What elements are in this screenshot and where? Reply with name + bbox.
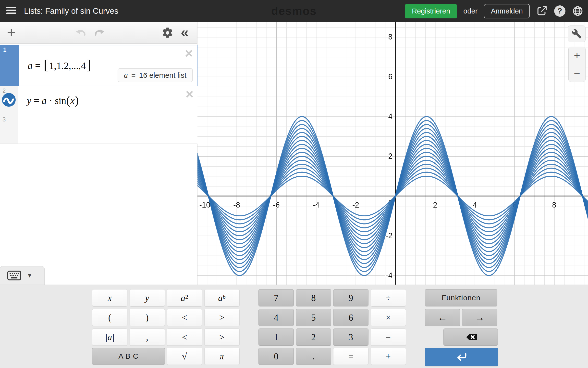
or-label: oder <box>463 7 478 15</box>
collapse-panel-icon[interactable]: « <box>177 22 193 44</box>
keyboard-toggle[interactable]: ▼ <box>0 266 45 285</box>
zoom-controls: + − <box>568 47 586 82</box>
help-icon[interactable]: ? <box>554 5 565 17</box>
expression-index-column: 1 <box>1 45 19 86</box>
math-segment: [ <box>43 57 49 73</box>
desmos-app: Lists: Family of sin Curves desmos Regis… <box>0 0 588 368</box>
expression-index-column: 3 <box>0 115 18 144</box>
expression-row-3-empty[interactable]: 3 <box>0 115 197 144</box>
math-segment: ) <box>75 93 79 107</box>
gear-icon[interactable] <box>160 22 175 44</box>
wrench-icon <box>572 29 582 39</box>
close-icon[interactable]: × <box>185 86 194 102</box>
key-=[interactable]: = <box>333 348 368 365</box>
key-≤[interactable]: ≤ <box>167 329 202 346</box>
chevron-down-icon: ▼ <box>27 272 33 279</box>
key->[interactable]: > <box>204 309 240 326</box>
key-cursor-left[interactable]: ← <box>425 309 460 326</box>
key-9[interactable]: 9 <box>333 289 368 306</box>
key-cursor-right[interactable]: → <box>462 309 497 326</box>
close-icon[interactable]: × <box>185 45 193 61</box>
zoom-in-button[interactable]: + <box>569 47 585 64</box>
header-bar: Lists: Family of sin Curves desmos Regis… <box>0 0 588 22</box>
badge-variable: a <box>124 71 128 80</box>
math-segment: = <box>31 95 42 106</box>
redo-icon[interactable] <box>92 22 107 44</box>
key-√[interactable]: √ <box>167 348 202 365</box>
math-segment: y <box>27 95 31 106</box>
key-4[interactable]: 4 <box>258 309 294 326</box>
signin-button[interactable]: Anmelden <box>484 4 530 18</box>
math-segment: x <box>70 95 75 106</box>
math-segment: = <box>33 60 43 71</box>
key-enter[interactable] <box>425 348 498 366</box>
key-6[interactable]: 6 <box>333 309 368 326</box>
register-button[interactable]: Registrieren <box>405 4 457 18</box>
math-segment: 1,1.2,...,4 <box>49 60 86 71</box>
key-a[interactable]: ab <box>204 289 240 306</box>
graph-canvas[interactable] <box>197 22 588 285</box>
key-+[interactable]: + <box>371 348 406 365</box>
add-expression-button[interactable]: + <box>3 22 19 44</box>
keyboard-icon <box>7 270 21 281</box>
key-3[interactable]: 3 <box>333 329 368 346</box>
key-1[interactable]: 1 <box>258 329 294 346</box>
graph-settings-button[interactable] <box>568 26 586 42</box>
key-,[interactable]: , <box>130 329 165 346</box>
key-.[interactable]: . <box>296 348 331 365</box>
key-5[interactable]: 5 <box>296 309 331 326</box>
key-)[interactable]: ) <box>130 309 165 326</box>
key-functions[interactable]: Funktionen <box>425 289 497 306</box>
key-y[interactable]: y <box>130 289 165 306</box>
key-0[interactable]: 0 <box>258 348 294 365</box>
math-segment: ( <box>66 93 70 107</box>
expression-row-1[interactable]: 1 a = [1,1.2,...,4] × a = 16 element lis… <box>0 45 197 86</box>
expression-row-2[interactable]: 2 y = a · sin(x) × <box>0 86 197 115</box>
math-keyboard: xya2ab()<>|a|,≤≥A B C√π789÷456×123−0.=+F… <box>0 285 588 368</box>
key-a[interactable]: a2 <box>167 289 202 306</box>
badge-equals: = <box>131 71 136 79</box>
expression-index: 1 <box>3 46 6 53</box>
key-([interactable]: ( <box>92 309 127 326</box>
key-÷[interactable]: ÷ <box>371 289 406 306</box>
math-segment: sin <box>55 95 66 106</box>
expression-index-column: 2 <box>0 86 18 115</box>
expression-toolbar: + « <box>0 22 197 44</box>
key-x[interactable]: x <box>92 289 127 306</box>
globe-language-icon[interactable] <box>572 5 584 17</box>
key-<[interactable]: < <box>167 309 202 326</box>
key-2[interactable]: 2 <box>296 329 331 346</box>
key-7[interactable]: 7 <box>258 289 294 306</box>
key-π[interactable]: π <box>204 348 240 365</box>
curve-style-icon[interactable] <box>2 93 16 108</box>
key-×[interactable]: × <box>371 309 406 326</box>
expression-index: 3 <box>2 116 6 123</box>
key-A B C[interactable]: A B C <box>92 348 165 365</box>
key-≥[interactable]: ≥ <box>204 329 240 346</box>
expression-panel: + « 1 <box>0 22 197 285</box>
zoom-out-button[interactable]: − <box>569 64 585 82</box>
key-backspace[interactable] <box>443 329 498 346</box>
share-icon[interactable] <box>536 5 548 17</box>
list-result-badge: a = 16 element list <box>118 68 193 82</box>
key-−[interactable]: − <box>371 329 406 346</box>
math-segment: ] <box>86 57 92 73</box>
math-segment: a <box>28 60 33 71</box>
badge-text: 16 element list <box>139 71 186 79</box>
expression-math[interactable]: y = a · sin(x) <box>27 86 79 115</box>
expression-math[interactable]: a = [1,1.2,...,4] <box>28 45 92 86</box>
graph-area: + − <box>197 22 588 285</box>
key-8[interactable]: 8 <box>296 289 331 306</box>
key-|a|[interactable]: |a| <box>92 329 127 346</box>
math-segment: a <box>42 95 47 106</box>
undo-icon[interactable] <box>73 22 89 44</box>
header-actions: Registrieren oder Anmelden ? <box>405 0 584 22</box>
math-segment: · <box>47 95 55 106</box>
